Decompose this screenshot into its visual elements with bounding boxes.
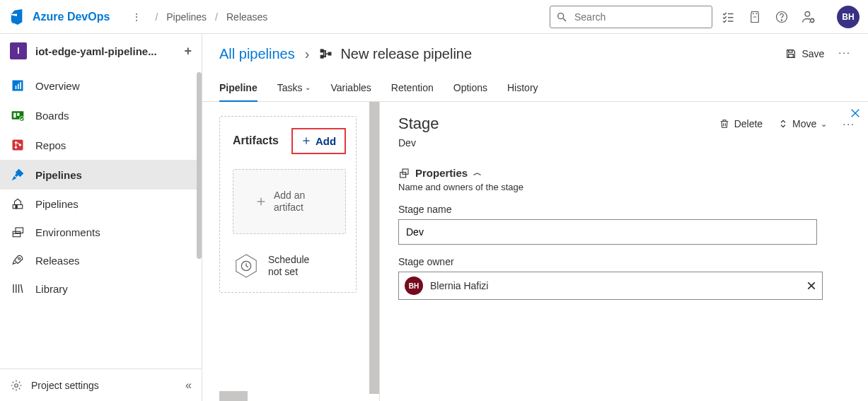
sidebar-item-boards[interactable]: Boards [0,100,197,130]
task-list-icon[interactable] [721,10,735,24]
schedule-text: Schedule not set [268,254,318,279]
properties-description: Name and owners of the stage [398,182,855,192]
breadcrumb-item[interactable]: Pipelines [166,11,207,23]
svg-rect-21 [13,205,23,209]
sidebar-item-pipelines-sub[interactable]: Pipelines [0,190,197,218]
sidebar-scrollbar[interactable] [197,72,202,259]
properties-section-header[interactable]: Properties ︿ [398,167,855,179]
page-title: New release pipeline [340,46,472,62]
marketplace-icon[interactable] [748,10,762,24]
nav-label: Boards [35,110,69,122]
canvas-scrollbar-horizontal[interactable] [219,391,379,401]
move-icon [778,119,788,129]
svg-rect-46 [403,169,408,174]
overview-icon [10,78,25,93]
svg-rect-36 [789,54,794,58]
svg-rect-17 [13,140,23,151]
svg-point-18 [15,141,17,144]
svg-rect-23 [13,231,21,237]
project-header[interactable]: I iot-edge-yaml-pipeline... + [0,34,202,68]
sidebar-item-pipelines[interactable]: Pipelines [0,160,197,190]
plus-icon [301,136,311,146]
add-artifact-tile[interactable]: Add an artifact [233,169,346,234]
nav-label: Repos [35,139,66,151]
chevron-up-icon: ︿ [473,167,482,179]
project-settings-label: Project settings [31,380,99,391]
environments-icon [10,224,25,240]
tab-history[interactable]: History [507,74,538,101]
releases-icon [10,252,25,268]
svg-line-1 [563,18,566,21]
sidebar-item-repos[interactable]: Repos [0,130,197,160]
help-icon[interactable] [775,10,789,24]
stage-owner-label: Stage owner [398,256,855,267]
stage-owner-field[interactable]: BH Blernia Hafizi [398,272,823,300]
search-input[interactable] [573,11,706,23]
breadcrumb-sep: / [215,11,218,23]
remove-owner-icon[interactable] [806,281,816,291]
svg-point-8 [811,18,814,22]
more-vertical-icon[interactable]: ⋮ [127,11,146,23]
user-avatar[interactable]: BH [837,6,860,28]
nav-label: Pipelines [35,169,82,181]
svg-point-0 [558,13,564,18]
chevron-down-icon: ⌄ [821,120,827,129]
svg-point-6 [781,19,782,20]
svg-point-31 [15,383,18,387]
brand-label[interactable]: Azure DevOps [33,11,110,23]
canvas-scrollbar-vertical[interactable] [369,102,379,394]
schedule-row[interactable]: Schedule not set [233,252,346,279]
move-stage-button[interactable]: Move ⌄ [778,118,827,129]
svg-rect-10 [16,86,17,89]
add-artifact-button[interactable]: Add [291,128,346,154]
add-artifact-text: Add an artifact [274,190,323,214]
chevron-down-icon: ⌄ [305,83,311,91]
tab-variables[interactable]: Variables [330,74,371,101]
artifacts-section: Artifacts Add Add an arti [219,116,357,293]
project-icon: I [10,42,27,59]
top-header: Azure DevOps ⋮ / Pipelines / Releases BH [0,0,868,34]
panel-subtitle: Dev [398,137,855,149]
sidebar-item-overview[interactable]: Overview [0,71,197,100]
sidebar-item-releases[interactable]: Releases [0,246,197,274]
owner-avatar: BH [405,277,423,295]
save-button[interactable]: Save [785,48,824,59]
main: All pipelines › New release pipeline Sav… [202,34,868,401]
schedule-icon [233,252,260,279]
chevron-right-icon: › [305,46,310,62]
stage-name-input[interactable] [398,219,817,245]
tab-pipeline[interactable]: Pipeline [219,74,257,101]
pipelines-icon [10,167,25,182]
azure-devops-logo-icon[interactable] [8,8,25,25]
nav-label: Library [35,283,68,295]
delete-stage-button[interactable]: Delete [719,118,763,129]
project-settings[interactable]: Project settings « [0,368,202,401]
user-settings-icon[interactable] [802,10,816,24]
more-stage-actions-icon[interactable]: ··· [843,118,855,129]
stage-name-label: Stage name [398,204,855,215]
sidebar-item-library[interactable]: Library [0,274,197,303]
svg-rect-35 [789,50,792,52]
svg-rect-24 [16,228,23,233]
all-pipelines-link[interactable]: All pipelines [219,46,295,62]
close-panel-icon[interactable] [850,107,861,119]
pipelines-sub-icon [10,196,25,211]
sidebar-item-environments[interactable]: Environments [0,218,197,246]
svg-line-30 [21,284,23,293]
release-pipeline-icon [319,47,333,61]
pipeline-breadcrumb: All pipelines › New release pipeline Sav… [202,34,868,74]
collapse-sidebar-icon[interactable]: « [185,379,192,392]
search-box[interactable] [550,6,712,28]
add-project-icon[interactable]: + [184,44,192,59]
gear-icon [10,379,23,392]
save-label: Save [802,48,824,59]
tab-retention[interactable]: Retention [391,74,434,101]
trash-icon [719,118,730,129]
svg-rect-12 [20,82,21,89]
repos-icon [10,137,25,153]
project-name: iot-edge-yaml-pipeline... [35,45,184,57]
more-actions-icon[interactable]: ··· [838,47,851,61]
tab-options[interactable]: Options [453,74,487,101]
tab-tasks[interactable]: Tasks⌄ [277,74,311,101]
breadcrumb-item[interactable]: Releases [226,11,267,23]
